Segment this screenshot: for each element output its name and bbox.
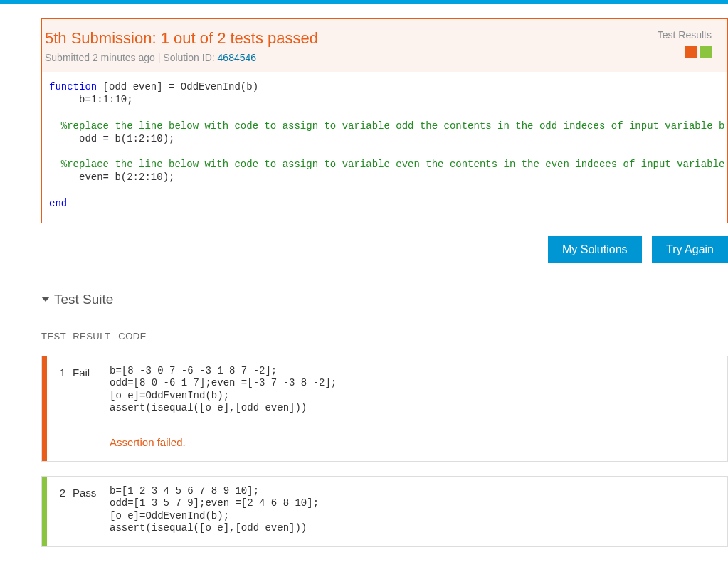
test-code: b=[1 2 3 4 5 6 7 8 9 10]; odd=[1 3 5 7 9…	[110, 485, 719, 535]
test-result: Pass	[73, 485, 110, 535]
test-stripe-fail	[42, 356, 47, 461]
test-error: Assertion failed.	[110, 436, 719, 450]
test-result: Fail	[73, 365, 110, 450]
submission-panel: 5th Submission: 1 out of 2 tests passed …	[41, 18, 728, 223]
test-columns-header: TEST RESULT CODE	[41, 331, 728, 341]
solution-code: function [odd even] = OddEvenInd(b) b=1:…	[42, 72, 727, 223]
test-number: 1	[53, 365, 73, 450]
status-square-fail[interactable]	[685, 46, 697, 58]
test-results-label: Test Results	[658, 29, 712, 41]
submission-header: 5th Submission: 1 out of 2 tests passed …	[42, 19, 727, 72]
code-keyword-end: end	[49, 198, 67, 209]
submission-meta: Submitted 2 minutes ago | Solution ID: 4…	[45, 52, 712, 63]
test-stripe-pass	[42, 477, 47, 546]
solution-id-link[interactable]: 4684546	[218, 52, 257, 63]
test-body: 2 Pass b=[1 2 3 4 5 6 7 8 9 10]; odd=[1 …	[47, 477, 727, 546]
page-content: 5th Submission: 1 out of 2 tests passed …	[0, 4, 728, 572]
col-test: TEST	[41, 331, 70, 341]
meta-sep: |	[155, 52, 163, 63]
my-solutions-button[interactable]: My Solutions	[548, 236, 642, 263]
test-number: 2	[53, 485, 73, 535]
chevron-down-icon	[41, 297, 50, 302]
test-code: b=[8 -3 0 7 -6 -3 1 8 7 -2]; odd=[8 0 -6…	[110, 365, 719, 450]
solution-id-label: Solution ID:	[163, 52, 217, 63]
suite-divider	[41, 312, 728, 312]
action-buttons: My Solutions Try Again	[41, 236, 728, 263]
test-suite-title: Test Suite	[54, 292, 113, 307]
test-row: 2 Pass b=[1 2 3 4 5 6 7 8 9 10]; odd=[1 …	[41, 476, 728, 547]
status-square-pass[interactable]	[700, 46, 712, 58]
submission-title: 5th Submission: 1 out of 2 tests passed	[45, 29, 712, 48]
col-result: RESULT	[73, 331, 115, 341]
submitted-time: Submitted 2 minutes ago	[45, 52, 155, 63]
code-keyword-function: function	[49, 81, 97, 92]
test-body: 1 Fail b=[8 -3 0 7 -6 -3 1 8 7 -2]; odd=…	[47, 356, 727, 461]
test-suite-toggle[interactable]: Test Suite	[41, 292, 728, 307]
code-comment: %replace the line below with code to ass…	[49, 159, 727, 170]
col-code: CODE	[118, 331, 147, 341]
code-comment: %replace the line below with code to ass…	[49, 120, 724, 132]
test-row: 1 Fail b=[8 -3 0 7 -6 -3 1 8 7 -2]; odd=…	[41, 356, 728, 462]
try-again-button[interactable]: Try Again	[652, 236, 728, 263]
status-squares	[685, 46, 712, 58]
